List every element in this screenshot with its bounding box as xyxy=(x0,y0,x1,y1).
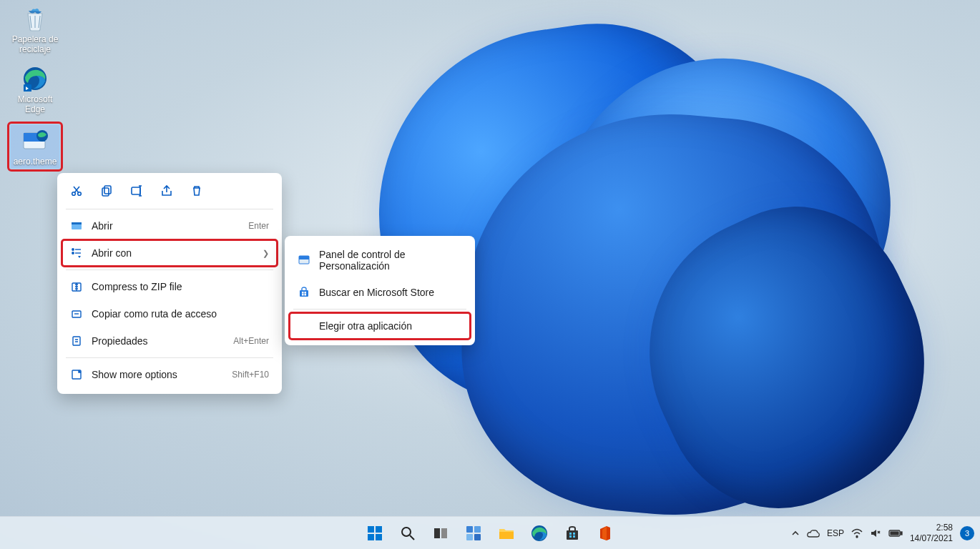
office-button[interactable] xyxy=(591,519,619,548)
cut-icon[interactable] xyxy=(69,183,84,199)
svg-rect-25 xyxy=(368,526,374,533)
svg-rect-23 xyxy=(302,294,304,296)
menu-item-accel: Shift+F10 xyxy=(232,370,269,380)
svg-rect-32 xyxy=(466,526,473,533)
menu-item-open[interactable]: Abrir Enter xyxy=(62,212,278,239)
menu-item-label: Show more options xyxy=(92,369,223,380)
tray-language[interactable]: ESP xyxy=(827,528,844,538)
context-toolbar xyxy=(62,179,278,206)
svg-rect-8 xyxy=(104,186,111,194)
tray-wifi-icon[interactable] xyxy=(851,528,863,538)
svg-rect-34 xyxy=(466,534,473,540)
menu-item-copy-path[interactable]: Copiar como ruta de acceso xyxy=(62,300,278,327)
task-view-button[interactable] xyxy=(426,519,455,548)
copy-icon[interactable] xyxy=(99,183,114,199)
desktop-icon-label: Microsoft Edge xyxy=(10,94,60,114)
more-options-icon xyxy=(70,368,83,381)
desktop-icon-edge[interactable]: Microsoft Edge xyxy=(10,64,60,114)
submenu-item-ms-store[interactable]: Buscar en Microsoft Store xyxy=(289,279,471,306)
svg-rect-46 xyxy=(891,532,898,535)
open-with-icon xyxy=(70,247,83,259)
taskbar-center xyxy=(361,519,619,548)
tray-battery-icon[interactable] xyxy=(888,529,903,538)
properties-icon xyxy=(70,335,83,347)
svg-rect-19 xyxy=(299,256,309,259)
menu-item-open-with[interactable]: Abrir con ❯ xyxy=(62,239,278,267)
menu-item-label: Copiar como ruta de acceso xyxy=(92,308,269,320)
svg-rect-38 xyxy=(567,530,578,540)
context-submenu-open-with: Panel de control de Personalización Busc… xyxy=(285,236,475,345)
svg-rect-45 xyxy=(901,532,902,535)
desktop-icons: Papelera de reciclaje Microsoft Edge aer… xyxy=(10,4,60,179)
recycle-bin-icon xyxy=(19,4,51,33)
desktop-icon-recycle-bin[interactable]: Papelera de reciclaje xyxy=(10,4,60,54)
svg-point-13 xyxy=(72,252,74,254)
svg-point-6 xyxy=(78,192,82,196)
widgets-button[interactable] xyxy=(459,519,488,548)
svg-rect-9 xyxy=(132,187,140,194)
svg-rect-16 xyxy=(73,337,80,345)
store-icon xyxy=(298,286,310,299)
tray-time: 2:58 xyxy=(910,523,953,533)
svg-rect-35 xyxy=(474,534,481,540)
svg-rect-41 xyxy=(569,535,572,538)
svg-rect-31 xyxy=(441,528,447,538)
menu-item-label: Propiedades xyxy=(92,335,225,347)
start-button[interactable] xyxy=(361,519,389,548)
personalization-icon xyxy=(298,254,310,267)
submenu-item-label: Elegir otra aplicación xyxy=(319,320,462,332)
file-explorer-button[interactable] xyxy=(492,519,521,548)
svg-rect-28 xyxy=(376,534,382,540)
copy-path-icon xyxy=(70,307,83,320)
svg-rect-7 xyxy=(102,188,109,196)
svg-rect-20 xyxy=(300,290,308,297)
menu-item-compress-zip[interactable]: Compress to ZIP file xyxy=(62,273,278,300)
svg-rect-42 xyxy=(573,535,575,538)
open-icon xyxy=(70,219,83,232)
svg-rect-39 xyxy=(569,533,572,535)
submenu-item-personalization[interactable]: Panel de control de Personalización xyxy=(289,242,471,279)
tray-chevron-icon[interactable] xyxy=(791,529,800,538)
blank-icon xyxy=(298,320,310,332)
menu-item-label: Compress to ZIP file xyxy=(92,281,269,292)
tray-onedrive-icon[interactable] xyxy=(807,529,820,538)
svg-point-43 xyxy=(856,536,858,538)
desktop-icon-label: aero.theme xyxy=(11,157,59,167)
zip-icon xyxy=(70,280,83,293)
rename-icon[interactable] xyxy=(129,183,144,199)
svg-rect-40 xyxy=(573,533,575,535)
menu-item-properties[interactable]: Propiedades Alt+Enter xyxy=(62,327,278,355)
search-button[interactable] xyxy=(393,519,422,548)
notif-count: 3 xyxy=(965,529,969,538)
menu-item-label: Abrir xyxy=(92,220,240,232)
svg-point-12 xyxy=(72,249,74,250)
svg-rect-36 xyxy=(499,532,514,539)
tray-notification-badge[interactable]: 3 xyxy=(960,526,974,540)
tray-clock[interactable]: 2:58 14/07/2021 xyxy=(910,523,953,543)
delete-icon[interactable] xyxy=(189,183,205,199)
menu-item-accel: Enter xyxy=(248,221,269,231)
desktop-icon-aero-theme[interactable]: aero.theme xyxy=(10,124,60,169)
svg-rect-30 xyxy=(434,528,440,538)
edge-button[interactable] xyxy=(525,519,554,548)
svg-rect-21 xyxy=(302,292,304,294)
tray-volume-icon[interactable] xyxy=(870,528,881,538)
svg-rect-11 xyxy=(72,222,82,224)
edge-icon xyxy=(19,64,51,93)
share-icon[interactable] xyxy=(159,183,175,199)
taskbar: ESP 2:58 14/07/2021 3 xyxy=(0,516,980,549)
svg-rect-24 xyxy=(305,294,307,296)
menu-item-accel: Alt+Enter xyxy=(233,336,269,346)
svg-rect-22 xyxy=(305,292,307,294)
chevron-right-icon: ❯ xyxy=(263,249,269,258)
svg-rect-26 xyxy=(376,526,382,533)
menu-item-more-options[interactable]: Show more options Shift+F10 xyxy=(62,361,278,388)
taskbar-tray: ESP 2:58 14/07/2021 3 xyxy=(791,523,974,543)
svg-point-5 xyxy=(72,192,76,196)
svg-rect-27 xyxy=(368,534,374,540)
svg-rect-33 xyxy=(474,526,481,533)
store-button[interactable] xyxy=(558,519,587,548)
theme-file-icon xyxy=(19,127,51,155)
submenu-item-label: Panel de control de Personalización xyxy=(319,249,462,272)
submenu-item-choose-app[interactable]: Elegir otra aplicación xyxy=(289,312,471,340)
